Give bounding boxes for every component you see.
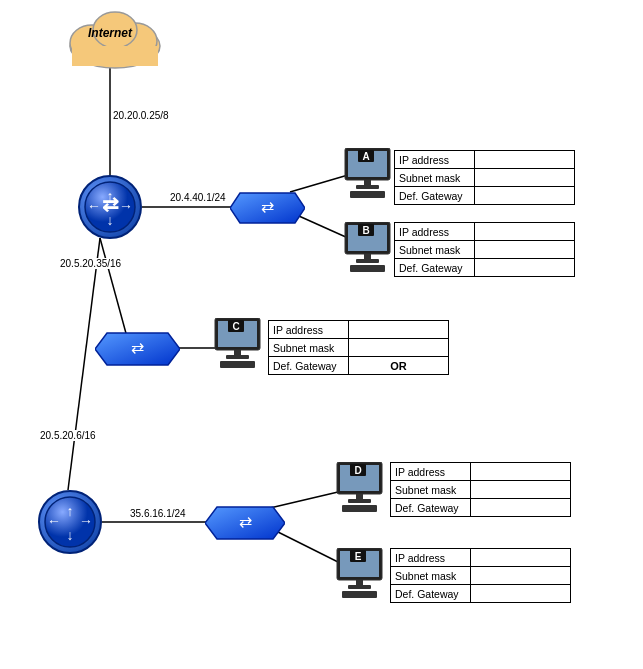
info-table-pc-d: IP address Subnet mask Def. Gateway <box>390 462 571 517</box>
pc-b-ip-label: IP address <box>395 223 475 241</box>
pc-c-ip-label: IP address <box>269 321 349 339</box>
svg-text:⇄: ⇄ <box>131 339 144 356</box>
pc-b-subnet-label: Subnet mask <box>395 241 475 259</box>
pc-d-gateway-label: Def. Gateway <box>391 499 471 517</box>
switch-1: ⇄ <box>230 188 305 230</box>
svg-rect-36 <box>364 180 371 185</box>
pc-e-gateway-label: Def. Gateway <box>391 585 471 603</box>
pc-a-gateway-label: Def. Gateway <box>395 187 475 205</box>
pc-e-gateway-value <box>471 585 571 603</box>
pc-b-subnet-value <box>475 241 575 259</box>
pc-b-gateway-value <box>475 259 575 277</box>
label-router-switch2: 20.5.20.35/16 <box>60 258 121 269</box>
pc-a-ip-value <box>475 151 575 169</box>
svg-text:C: C <box>232 321 239 332</box>
svg-text:B: B <box>362 225 369 236</box>
svg-rect-38 <box>350 191 385 198</box>
svg-rect-44 <box>356 259 379 263</box>
pc-d-gateway-value <box>471 499 571 517</box>
label-router1-router2: 20.5.20.6/16 <box>40 430 96 441</box>
svg-text:↑: ↑ <box>67 503 74 519</box>
pc-d: D <box>332 462 387 516</box>
svg-rect-58 <box>348 499 371 503</box>
pc-d-subnet-label: Subnet mask <box>391 481 471 499</box>
pc-a-gateway-value <box>475 187 575 205</box>
pc-b-gateway-label: Def. Gateway <box>395 259 475 277</box>
pc-c-subnet-value <box>349 339 449 357</box>
pc-c-ip-value <box>349 321 449 339</box>
svg-rect-57 <box>356 494 363 499</box>
pc-a-ip-label: IP address <box>395 151 475 169</box>
svg-rect-37 <box>356 185 379 189</box>
pc-c: C <box>210 318 265 372</box>
svg-text:→: → <box>119 198 133 214</box>
pc-c-gateway-label: Def. Gateway <box>269 357 349 375</box>
pc-a-subnet-label: Subnet mask <box>395 169 475 187</box>
pc-e-subnet-label: Subnet mask <box>391 567 471 585</box>
svg-text:E: E <box>355 551 362 562</box>
router-1: ⇄ ↑ ↓ ← → <box>78 175 142 239</box>
switch-3: ⇄ <box>205 502 285 546</box>
svg-rect-66 <box>342 591 377 598</box>
pc-e: E <box>332 548 387 602</box>
pc-d-ip-label: IP address <box>391 463 471 481</box>
svg-text:↓: ↓ <box>107 212 114 228</box>
pc-c-gateway-value: OR <box>349 357 449 375</box>
svg-text:⇄: ⇄ <box>261 198 274 215</box>
pc-e-ip-value <box>471 549 571 567</box>
svg-text:↑: ↑ <box>107 188 114 204</box>
info-table-pc-e: IP address Subnet mask Def. Gateway <box>390 548 571 603</box>
svg-rect-59 <box>342 505 377 512</box>
svg-text:→: → <box>79 513 93 529</box>
pc-d-ip-value <box>471 463 571 481</box>
router-2: ↑ ↓ ← → <box>38 490 102 554</box>
label-router-switch1: 20.4.40.1/24 <box>170 192 226 203</box>
svg-rect-64 <box>356 580 363 585</box>
switch-2: ⇄ <box>95 328 180 372</box>
svg-text:A: A <box>362 151 369 162</box>
svg-text:←: ← <box>87 198 101 214</box>
svg-rect-14 <box>72 46 158 66</box>
pc-e-subnet-value <box>471 567 571 585</box>
svg-rect-65 <box>348 585 371 589</box>
pc-b-ip-value <box>475 223 575 241</box>
internet-label: Internet <box>60 26 160 40</box>
pc-d-subnet-value <box>471 481 571 499</box>
svg-rect-50 <box>234 350 241 355</box>
svg-text:←: ← <box>47 513 61 529</box>
pc-b: B <box>340 222 395 276</box>
internet-cloud: Internet <box>60 8 160 68</box>
pc-c-subnet-label: Subnet mask <box>269 339 349 357</box>
svg-text:⇄: ⇄ <box>239 513 252 530</box>
svg-rect-45 <box>350 265 385 272</box>
svg-text:↓: ↓ <box>67 527 74 543</box>
svg-text:D: D <box>354 465 361 476</box>
info-table-pc-b: IP address Subnet mask Def. Gateway <box>394 222 575 277</box>
pc-a-subnet-value <box>475 169 575 187</box>
label-internet-router: 20.20.0.25/8 <box>113 110 169 121</box>
svg-rect-51 <box>226 355 249 359</box>
pc-e-ip-label: IP address <box>391 549 471 567</box>
pc-a: A <box>340 148 395 202</box>
label-router2-switch3: 35.6.16.1/24 <box>130 508 186 519</box>
svg-rect-43 <box>364 254 371 259</box>
info-table-pc-c: IP address Subnet mask Def. Gateway OR <box>268 320 449 375</box>
svg-rect-52 <box>220 361 255 368</box>
info-table-pc-a: IP address Subnet mask Def. Gateway <box>394 150 575 205</box>
network-diagram: 20.20.0.25/8 20.4.40.1/24 20.5.20.35/16 … <box>0 0 643 669</box>
